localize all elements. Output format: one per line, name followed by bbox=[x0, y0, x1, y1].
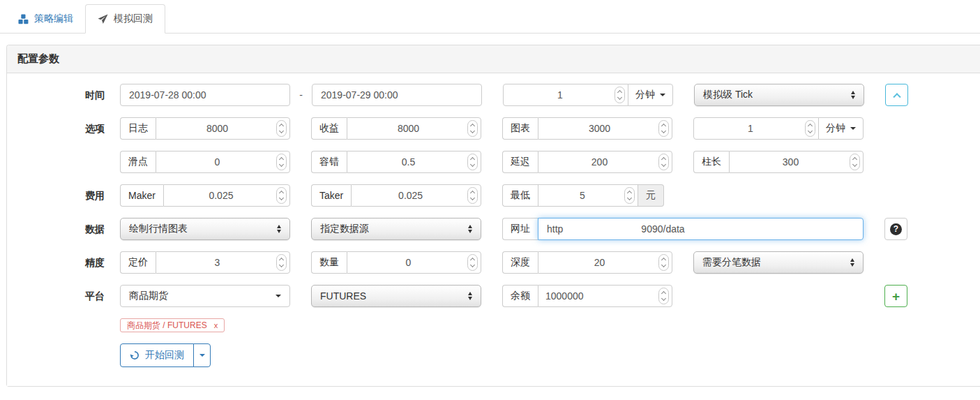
exchange-value: 商品期货 bbox=[129, 290, 276, 302]
number-stepper[interactable] bbox=[467, 187, 478, 204]
pair-select[interactable]: FUTURES bbox=[311, 285, 481, 307]
interval-value-input[interactable] bbox=[503, 84, 628, 106]
remove-tag-icon[interactable]: x bbox=[214, 321, 218, 329]
row-options-2: 滑点 容错 延迟 bbox=[24, 151, 970, 173]
url-value-start: http bbox=[547, 223, 563, 235]
cubes-icon bbox=[18, 14, 29, 24]
tab-simulation-backtest[interactable]: 模拟回测 bbox=[85, 4, 165, 34]
maker-input[interactable] bbox=[163, 184, 290, 207]
delay-input[interactable] bbox=[538, 151, 672, 173]
bar-length-group: 柱长 bbox=[693, 151, 864, 173]
balance-label: 余额 bbox=[502, 285, 538, 307]
number-stepper[interactable] bbox=[658, 154, 669, 170]
profit-group: 收益 bbox=[311, 117, 481, 140]
min-fee-label: 最低 bbox=[502, 184, 538, 207]
depth-label: 深度 bbox=[502, 251, 538, 274]
number-stepper[interactable] bbox=[276, 254, 287, 271]
row-start-backtest: 开始回测 bbox=[24, 343, 970, 367]
collapse-button[interactable] bbox=[885, 84, 908, 106]
chart-mode-select[interactable]: 绘制行情图表 bbox=[120, 218, 290, 240]
maker-label: Maker bbox=[120, 184, 163, 207]
bar-length-input[interactable] bbox=[729, 151, 864, 173]
number-stepper[interactable] bbox=[624, 187, 635, 204]
price-precision-label: 定价 bbox=[120, 251, 156, 274]
bar-length-label: 柱长 bbox=[693, 151, 729, 173]
tolerance-label: 容错 bbox=[311, 151, 347, 173]
interval-group: 分钟 bbox=[503, 84, 673, 106]
options-interval-unit-dropdown[interactable]: 分钟 bbox=[818, 117, 864, 140]
number-stepper[interactable] bbox=[276, 154, 287, 170]
number-stepper[interactable] bbox=[467, 154, 478, 170]
start-backtest-button[interactable]: 开始回测 bbox=[120, 343, 194, 367]
history-icon bbox=[130, 350, 140, 360]
pair-value: FUTURES bbox=[320, 290, 468, 302]
row-platform-tag: 商品期货 / FUTURES x bbox=[24, 318, 970, 332]
min-fee-group: 最低 元 bbox=[502, 184, 664, 207]
number-stepper[interactable] bbox=[658, 120, 669, 137]
data-url-input[interactable]: http 9090/data bbox=[538, 218, 864, 240]
number-stepper[interactable] bbox=[850, 154, 860, 170]
add-platform-button[interactable]: + bbox=[884, 285, 907, 307]
amount-precision-input[interactable] bbox=[347, 251, 481, 274]
taker-label: Taker bbox=[311, 184, 351, 207]
start-backtest-label: 开始回测 bbox=[145, 349, 184, 362]
chevron-down-icon bbox=[850, 127, 856, 130]
number-stepper[interactable] bbox=[467, 120, 478, 137]
precision-label: 精度 bbox=[24, 251, 105, 274]
date-range-separator: - bbox=[290, 89, 312, 101]
min-fee-input[interactable] bbox=[538, 184, 638, 207]
tick-level-value: 模拟级 Tick bbox=[703, 89, 851, 101]
select-updown-icon bbox=[851, 91, 855, 99]
number-stepper[interactable] bbox=[276, 187, 287, 204]
tolerance-input[interactable] bbox=[347, 151, 481, 173]
taker-input[interactable] bbox=[351, 184, 481, 207]
tab-strategy-edit[interactable]: 策略编辑 bbox=[6, 4, 85, 34]
number-stepper[interactable] bbox=[467, 254, 478, 271]
number-stepper[interactable] bbox=[615, 87, 625, 103]
delay-group: 延迟 bbox=[502, 151, 672, 173]
number-stepper[interactable] bbox=[805, 120, 815, 137]
exchange-dropdown[interactable]: 商品期货 bbox=[120, 285, 290, 307]
tab-label: 模拟回测 bbox=[114, 13, 153, 25]
end-time-input[interactable] bbox=[312, 84, 482, 106]
tick-level-select[interactable]: 模拟级 Tick bbox=[694, 84, 864, 106]
platform-tag-text: 商品期货 / FUTURES bbox=[127, 320, 207, 332]
interval-unit-dropdown[interactable]: 分钟 bbox=[628, 84, 673, 106]
help-button[interactable]: ? bbox=[884, 218, 907, 240]
balance-input[interactable] bbox=[538, 285, 672, 307]
data-source-select[interactable]: 指定数据源 bbox=[311, 218, 481, 240]
row-time: 时间 - 分钟 bbox=[24, 84, 970, 106]
tick-data-select[interactable]: 需要分笔数据 bbox=[693, 251, 864, 274]
select-updown-icon bbox=[277, 225, 281, 233]
start-backtest-dropdown[interactable] bbox=[193, 343, 211, 367]
price-precision-input[interactable] bbox=[156, 251, 290, 274]
chart-input[interactable] bbox=[538, 117, 672, 140]
delay-label: 延迟 bbox=[502, 151, 538, 173]
number-stepper[interactable] bbox=[658, 288, 669, 304]
balance-group: 余额 bbox=[502, 285, 672, 307]
slippage-label: 滑点 bbox=[120, 151, 156, 173]
interval-unit-label: 分钟 bbox=[635, 89, 655, 101]
depth-input[interactable] bbox=[538, 251, 672, 274]
row-platform: 平台 商品期货 FUTURES 余额 bbox=[24, 285, 970, 307]
options-interval-input[interactable] bbox=[693, 117, 819, 140]
chart-mode-value: 绘制行情图表 bbox=[129, 223, 277, 235]
maker-group: Maker bbox=[120, 184, 290, 207]
slippage-group: 滑点 bbox=[120, 151, 290, 173]
amount-precision-group: 数量 bbox=[311, 251, 481, 274]
log-input[interactable] bbox=[156, 117, 290, 140]
number-stepper[interactable] bbox=[276, 120, 287, 137]
row-precision: 精度 定价 数量 bbox=[24, 251, 970, 274]
profit-input[interactable] bbox=[347, 117, 481, 140]
amount-precision-label: 数量 bbox=[311, 251, 347, 274]
platform-tag: 商品期货 / FUTURES x bbox=[120, 318, 225, 332]
chart-group: 图表 bbox=[502, 117, 672, 140]
log-group: 日志 bbox=[120, 117, 290, 140]
tab-bar: 策略编辑 模拟回测 bbox=[0, 0, 980, 34]
chevron-down-icon bbox=[276, 295, 281, 297]
row-options-1: 选项 日志 收益 bbox=[24, 117, 970, 140]
time-label: 时间 bbox=[24, 84, 105, 106]
slippage-input[interactable] bbox=[156, 151, 290, 173]
number-stepper[interactable] bbox=[658, 254, 669, 271]
start-time-input[interactable] bbox=[120, 84, 290, 106]
